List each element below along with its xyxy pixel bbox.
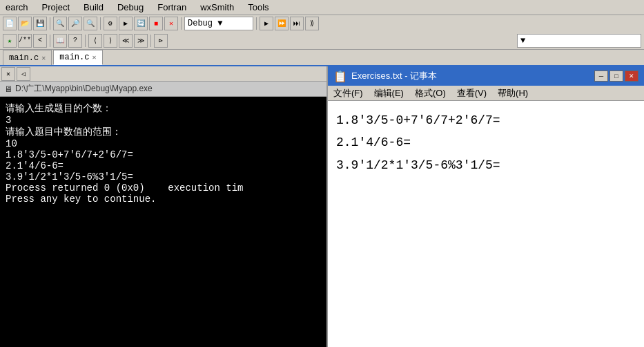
- menu-build[interactable]: Build: [81, 1, 106, 14]
- toolbar-btn-search2[interactable]: 🔎: [68, 17, 82, 30]
- debug-dropdown[interactable]: Debug ▼: [184, 17, 253, 30]
- tab-close-1[interactable]: ✕: [41, 54, 46, 62]
- left-tb-close[interactable]: ✕: [1, 67, 15, 81]
- main-content: ✕ ◁ 🖥 D:\广工\Myapp\bin\Debug\Myapp.exe 请输…: [0, 66, 644, 347]
- close-button[interactable]: ✕: [625, 71, 638, 82]
- toolbar-btn-run[interactable]: ▶: [119, 17, 133, 30]
- console-line-3: 10: [6, 138, 321, 149]
- tab-main-c-2[interactable]: main.c ✕: [53, 50, 102, 65]
- maximize-button[interactable]: □: [609, 71, 623, 82]
- toolbar-btn-search[interactable]: 🔍: [53, 17, 67, 30]
- console-output: 请输入生成题目的个数：3请输入题目中数值的范围：101.8′3/5-0+7′6/…: [0, 97, 326, 347]
- notepad-icon: 📋: [333, 70, 347, 83]
- notepad-title-bar: 📋 Exercises.txt - 记事本 ─ □ ✕: [328, 66, 644, 86]
- separator-2: [100, 17, 101, 30]
- left-tb-1[interactable]: ◁: [17, 67, 30, 81]
- toolbar-btn-settings[interactable]: ⚙: [104, 17, 117, 30]
- console-line-4: 1.8′3/5-0+7′6/7+2′6/7=: [6, 149, 321, 160]
- notepad-line-1: 1.8'3/5-0+7'6/7+2'6/7=: [336, 109, 636, 131]
- separator-5: [50, 35, 50, 47]
- console-line-1: 3: [6, 115, 321, 126]
- toolbar-btn-new[interactable]: 📄: [3, 17, 17, 30]
- separator-4: [256, 17, 257, 30]
- console-line-0: 请输入生成题目的个数：: [6, 102, 321, 115]
- console-line-6: 3.9′1/2*1′3/5-6%3′1/5=: [6, 171, 321, 182]
- toolbar-btn-x[interactable]: ✕: [164, 17, 178, 30]
- toolbar-btn-nav4[interactable]: ≫: [134, 34, 148, 48]
- right-panel: 📋 Exercises.txt - 记事本 ─ □ ✕ 文件(F) 编辑(E) …: [328, 66, 644, 347]
- toolbar-dropdown-2[interactable]: ▼: [517, 34, 641, 48]
- toolbar-btn-stop[interactable]: ■: [149, 17, 163, 30]
- menu-wxsmith[interactable]: wxSmith: [197, 1, 237, 14]
- separator-1: [50, 17, 50, 30]
- notepad-line-2: 2.1'4/6-6=: [336, 131, 636, 153]
- toolbar-btn-zoom[interactable]: 🔍: [84, 17, 97, 30]
- menu-debug[interactable]: Debug: [115, 1, 146, 14]
- toolbar-btn-nav3[interactable]: ≪: [119, 34, 133, 48]
- toolbar-btn-nav2[interactable]: ⟩: [104, 34, 117, 48]
- separator-3: [181, 17, 182, 30]
- toolbar-btn-play[interactable]: ▶: [260, 17, 273, 30]
- left-toolbar: ✕ ◁: [0, 66, 326, 82]
- menu-project[interactable]: Project: [39, 1, 72, 14]
- toolbar-area: 📄 📂 💾 🔍 🔎 🔍 ⚙ ▶ 🔄 ■ ✕ Debug ▼ ▶ ⏩ ⏭ ⟫ ★ …: [0, 15, 644, 50]
- toolbar-btn-save[interactable]: 💾: [33, 17, 47, 30]
- notepad-menu-view[interactable]: 查看(V): [454, 86, 489, 101]
- notepad-menu: 文件(F) 编辑(E) 格式(O) 查看(V) 帮助(H): [328, 86, 644, 101]
- notepad-menu-format[interactable]: 格式(O): [412, 86, 449, 101]
- notepad-title-text: Exercises.txt - 记事本: [351, 70, 590, 82]
- notepad-line-3: 3.9'1/2*1'3/5-6%3'1/5=: [336, 154, 636, 176]
- left-panel: ✕ ◁ 🖥 D:\广工\Myapp\bin\Debug\Myapp.exe 请输…: [0, 66, 328, 347]
- toolbar-btn-debug3[interactable]: ⏭: [290, 17, 304, 30]
- toolbar-btn-help[interactable]: ?: [68, 34, 82, 48]
- minimize-button[interactable]: ─: [594, 71, 608, 82]
- notepad-content: 1.8'3/5-0+7'6/7+2'6/7= 2.1'4/6-6= 3.9'1/…: [328, 101, 644, 347]
- toolbar-btn-comment[interactable]: /**: [18, 34, 32, 48]
- menu-search[interactable]: earch: [3, 1, 31, 14]
- toolbar-btn-debug4[interactable]: ⟫: [305, 17, 319, 30]
- menu-tools[interactable]: Tools: [245, 1, 271, 14]
- separator-6: [85, 35, 86, 47]
- console-line-8: Process returned 0 (0x0) execution tim: [6, 182, 321, 194]
- toolbar-btn-rebuild[interactable]: 🔄: [134, 17, 148, 30]
- console-line-5: 2.1′4/6-6=: [6, 160, 321, 171]
- notepad-menu-edit[interactable]: 编辑(E): [371, 86, 407, 101]
- window-controls: ─ □ ✕: [594, 71, 638, 82]
- tab-main-c-1[interactable]: main.c ✕: [3, 50, 52, 65]
- console-line-2: 请输入题目中数值的范围：: [6, 126, 321, 138]
- notepad-menu-file[interactable]: 文件(F): [331, 86, 366, 101]
- tab-close-2[interactable]: ✕: [92, 53, 96, 62]
- notepad-menu-help[interactable]: 帮助(H): [495, 86, 531, 101]
- path-bar: 🖥 D:\广工\Myapp\bin\Debug\Myapp.exe: [0, 82, 326, 97]
- menu-bar: earch Project Build Debug Fortran wxSmit…: [0, 0, 644, 15]
- toolbar-btn-debug2[interactable]: ⏩: [275, 17, 289, 30]
- menu-fortran[interactable]: Fortran: [155, 1, 189, 14]
- separator-7: [150, 35, 151, 47]
- tab-label-1: main.c: [9, 53, 39, 63]
- toolbar-btn-green[interactable]: ★: [3, 34, 17, 48]
- console-line-9: Press any key to continue.: [6, 194, 321, 205]
- toolbar-row-2: ★ /** < 📖 ? ⟨ ⟩ ≪ ≫ ⊳ ▼: [0, 32, 644, 50]
- toolbar-btn-book[interactable]: 📖: [53, 34, 67, 48]
- toolbar-btn-open[interactable]: 📂: [18, 17, 32, 30]
- tab-bar: main.c ✕ main.c ✕: [0, 50, 644, 66]
- path-text: D:\广工\Myapp\bin\Debug\Myapp.exe: [15, 83, 153, 95]
- path-icon: 🖥: [4, 84, 12, 94]
- toolbar-btn-nav1[interactable]: ⟨: [88, 34, 102, 48]
- toolbar-row-1: 📄 📂 💾 🔍 🔎 🔍 ⚙ ▶ 🔄 ■ ✕ Debug ▼ ▶ ⏩ ⏭ ⟫: [0, 15, 644, 32]
- tab-label-2: main.c: [59, 53, 89, 62]
- toolbar-btn-nav5[interactable]: ⊳: [154, 34, 168, 48]
- toolbar-btn-less[interactable]: <: [33, 34, 47, 48]
